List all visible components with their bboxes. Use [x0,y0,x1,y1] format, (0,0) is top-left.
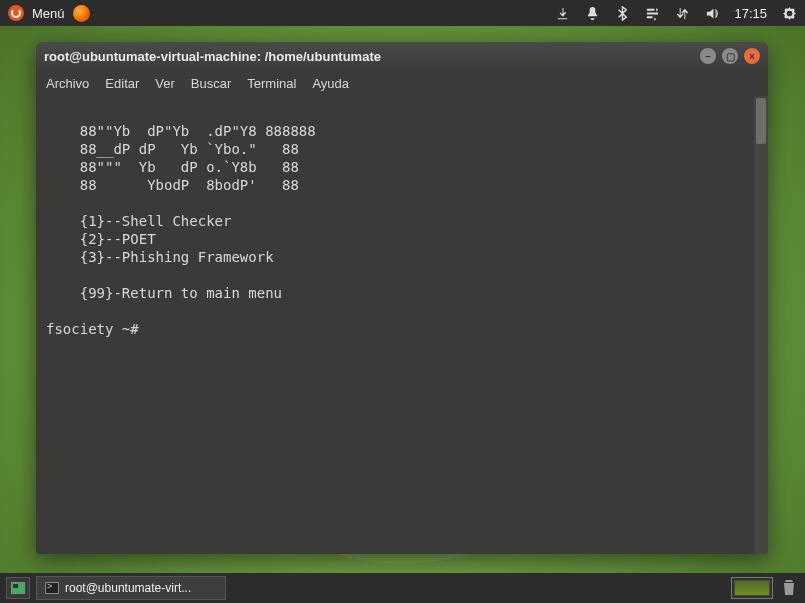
bell-icon[interactable] [584,5,600,21]
show-desktop-button[interactable] [6,577,30,599]
svg-rect-1 [13,584,18,588]
menu-label[interactable]: Menú [32,6,65,21]
bluetooth-icon[interactable] [614,5,630,21]
workspace-1[interactable] [734,580,770,596]
menu-archivo[interactable]: Archivo [46,76,89,91]
close-button[interactable]: × [744,48,760,64]
clock[interactable]: 17:15 [734,6,767,21]
menu-terminal[interactable]: Terminal [247,76,296,91]
menu-ver[interactable]: Ver [155,76,175,91]
download-icon[interactable] [554,5,570,21]
firefox-icon[interactable] [73,5,90,22]
workspace-switcher[interactable] [731,577,773,599]
settings-menu-icon[interactable] [644,5,660,21]
taskbar-item-label: root@ubuntumate-virt... [65,581,191,595]
volume-icon[interactable] [704,5,720,21]
menu-buscar[interactable]: Buscar [191,76,231,91]
bottom-panel: root@ubuntumate-virt... [0,573,805,603]
network-icon[interactable] [674,5,690,21]
ubuntu-logo-icon[interactable] [8,5,24,21]
menu-ayuda[interactable]: Ayuda [312,76,349,91]
menu-editar[interactable]: Editar [105,76,139,91]
trash-icon[interactable] [779,577,799,599]
terminal-icon [45,582,59,594]
window-titlebar[interactable]: root@ubuntumate-virtual-machine: /home/u… [36,42,768,70]
scrollbar[interactable] [754,96,768,554]
window-title: root@ubuntumate-virtual-machine: /home/u… [44,49,694,64]
minimize-button[interactable]: – [700,48,716,64]
terminal-body: 88""Yb dP"Yb .dP"Y8 888888 88__dP dP Yb … [36,96,768,554]
gear-icon[interactable] [781,5,797,21]
taskbar-item-terminal[interactable]: root@ubuntumate-virt... [36,576,226,600]
scrollbar-thumb[interactable] [756,98,766,144]
top-panel: Menú 17:15 [0,0,805,26]
terminal-menubar: Archivo Editar Ver Buscar Terminal Ayuda [36,70,768,96]
maximize-button[interactable]: ▢ [722,48,738,64]
terminal-window: root@ubuntumate-virtual-machine: /home/u… [36,42,768,554]
terminal-content[interactable]: 88""Yb dP"Yb .dP"Y8 888888 88__dP dP Yb … [36,96,754,554]
